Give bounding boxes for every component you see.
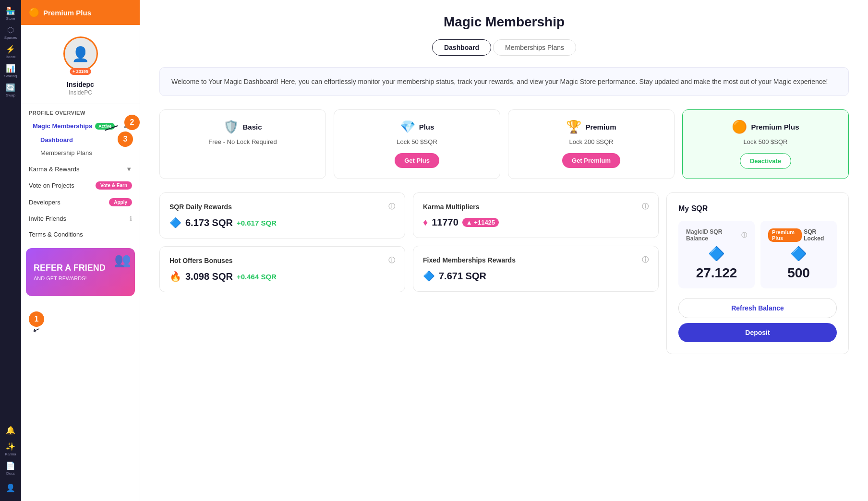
hot-offers-info-icon[interactable]: ⓘ (388, 256, 395, 265)
magic-id-sqr-icon: 🔷 (708, 246, 725, 262)
fixed-memberships-title: Fixed Memberships Rewards (423, 256, 516, 264)
karma-multipliers-value: ♦ 11770 ▲ +11425 (423, 217, 649, 228)
sqr-locked-value: 500 (787, 265, 810, 281)
plan-card-premium-plus: 🟠 Premium Plus Lock 500 $SQR Deactivate (682, 109, 849, 179)
sqr-daily-rewards-card: SQR Daily Rewards ⓘ 🔷 6.173 SQR +0.617 S… (159, 192, 405, 239)
sqr-daily-icon: 🔷 (169, 217, 181, 228)
refresh-balance-button[interactable]: Refresh Balance (678, 298, 837, 318)
apply-button[interactable]: Apply (109, 198, 132, 206)
icon-bar: 🏪 Store ⬡ Spaces ⚡ Boost 📊 Staking 🔄 Swa… (0, 0, 21, 501)
sqr-daily-info-icon[interactable]: ⓘ (388, 203, 395, 211)
sqr-daily-header: SQR Daily Rewards ⓘ (169, 203, 395, 211)
plan-card-basic: 🛡️ Basic Free - No Lock Required (159, 109, 326, 179)
boost-icon: ⚡ (6, 45, 15, 54)
nav-membership-plans[interactable]: Membership Plans (33, 146, 128, 159)
chevron-down-icon: ▼ (126, 166, 132, 173)
nav-dashboard[interactable]: Dashboard (33, 133, 128, 146)
karma-multipliers-header: Karma Multipliers ⓘ (423, 203, 649, 211)
premium-plan-name: Premium (585, 123, 616, 131)
tab-row: Dashboard Memberships Plans (159, 39, 849, 56)
sidebar-item-notifications[interactable]: 🔔 (2, 421, 19, 439)
premium-plus-icon: 🟠 (29, 7, 39, 18)
sidebar-item-user[interactable]: 👤 (2, 479, 19, 496)
karma-multipliers-info-icon[interactable]: ⓘ (642, 203, 649, 211)
karma-multipliers-title: Karma Multipliers (423, 203, 479, 211)
magic-id-label: MagicID SQR Balance ⓘ (686, 228, 747, 242)
fixed-memberships-info-icon[interactable]: ⓘ (642, 256, 649, 264)
sidebar-item-karma[interactable]: ✨ Karma (2, 441, 19, 458)
sqr-daily-title: SQR Daily Rewards (169, 203, 232, 211)
magic-id-balance-card: MagicID SQR Balance ⓘ 🔷 27.122 (678, 221, 755, 288)
sqr-locked-tag: Premium Plus SQR Locked (768, 228, 829, 242)
active-badge: Active (95, 123, 115, 130)
magic-memberships-left: Magic Memberships Active (33, 122, 115, 130)
plan-card-premium: 🏆 Premium Lock 200 $SQR Get Premium (508, 109, 675, 179)
sidebar-vote-projects[interactable]: Vote on Projects Vote & Earn (21, 177, 140, 194)
sidebar-invite-friends[interactable]: Invite Friends ℹ (21, 211, 140, 227)
user-icon: 👤 (6, 483, 15, 492)
sidebar-developers[interactable]: Developers Apply (21, 194, 140, 211)
plans-row: 🛡️ Basic Free - No Lock Required 💎 Plus … (159, 109, 849, 179)
basic-plan-name: Basic (242, 123, 262, 131)
sidebar-item-spaces[interactable]: ⬡ Spaces (2, 24, 19, 41)
sqr-locked-icon: 🔷 (790, 246, 807, 262)
vote-earn-button[interactable]: Vote & Earn (96, 181, 132, 190)
sidebar-item-docs[interactable]: 📄 Docs (2, 460, 19, 477)
hot-offers-plus: +0.464 SQR (237, 273, 277, 281)
tab-dashboard[interactable]: Dashboard (432, 39, 491, 56)
page-title: Magic Membership (159, 14, 849, 30)
sidebar-header: 🟠 Premium Plus (21, 0, 140, 25)
sidebar-item-swap[interactable]: 🔄 Swap (2, 82, 19, 99)
nav-membership-plans-label: Membership Plans (40, 149, 92, 156)
rewards-col-right: Karma Multipliers ⓘ ♦ 11770 ▲ +11425 Fix… (413, 192, 659, 354)
sqr-daily-plus: +0.617 SQR (237, 219, 277, 227)
stack-icon: 🔷 (423, 270, 435, 282)
sub-nav: 3 Dashboard Membership Plans (29, 133, 132, 159)
karma-icon: ✨ (6, 442, 15, 451)
basic-plan-icon: 🛡️ (223, 119, 239, 134)
deactivate-button[interactable]: Deactivate (740, 153, 791, 169)
refer-banner[interactable]: REFER A FRIEND AND GET REWARDS! 👥 (26, 248, 135, 296)
deposit-button[interactable]: Deposit (678, 323, 837, 342)
sqr-daily-value: 🔷 6.173 SQR +0.617 SQR (169, 217, 395, 228)
avatar-container: 👤 + 23195 (63, 36, 98, 71)
chevron-up-icon: ▲ (122, 123, 128, 130)
developers-label: Developers (29, 199, 60, 206)
sidebar-title: Premium Plus (43, 9, 91, 17)
get-premium-button[interactable]: Get Premium (562, 153, 620, 168)
plan-card-plus: 💎 Plus Lock 50 $SQR Get Plus (334, 109, 500, 179)
fixed-memberships-header: Fixed Memberships Rewards ⓘ (423, 256, 649, 264)
hot-offers-title: Hot Offers Bonuses (169, 257, 232, 264)
invite-friends-label: Invite Friends (29, 215, 66, 222)
store-label: Store (6, 16, 15, 21)
sqr-panel-title: My SQR (678, 204, 837, 213)
main-content: Magic Membership Dashboard Memberships P… (140, 0, 868, 501)
magic-memberships-item[interactable]: Magic Memberships Active ▲ (29, 119, 132, 132)
premium-plan-icon: 🏆 (566, 119, 581, 134)
refer-title: REFER A FRIEND (34, 263, 127, 274)
info-circle-icon: ⓘ (741, 231, 747, 239)
get-plus-button[interactable]: Get Plus (395, 153, 439, 168)
staking-icon: 📊 (6, 64, 15, 73)
sidebar-item-boost[interactable]: ⚡ Boost (2, 43, 19, 60)
hot-offers-card: Hot Offers Bonuses ⓘ 🔥 3.098 SQR +0.464 … (159, 246, 405, 292)
sidebar-item-staking[interactable]: 📊 Staking (2, 62, 19, 80)
avatar-badge: + 23195 (70, 68, 91, 75)
sidebar-terms[interactable]: Terms & Conditions (21, 227, 140, 242)
sqr-balances: MagicID SQR Balance ⓘ 🔷 27.122 Premium P… (678, 221, 837, 288)
premium-plus-tag: Premium Plus (768, 228, 802, 242)
sqr-panel: My SQR MagicID SQR Balance ⓘ 🔷 27.122 Pr… (666, 192, 849, 354)
plus-plan-icon: 💎 (400, 119, 415, 134)
refer-sub: AND GET REWARDS! (34, 275, 127, 281)
profile-overview-section: Profile Overview 2 Magic Memberships Act… (21, 104, 140, 161)
notifications-icon: 🔔 (6, 426, 15, 435)
karma-amount: 11770 (432, 217, 458, 228)
sidebar-karma-rewards[interactable]: Karma & Rewards ▼ (21, 161, 140, 177)
info-icon: ℹ (130, 215, 132, 222)
rewards-and-sqr: SQR Daily Rewards ⓘ 🔷 6.173 SQR +0.617 S… (159, 192, 849, 354)
tab-memberships-plans[interactable]: Memberships Plans (493, 39, 576, 56)
plan-plus-top: 💎 Plus (400, 119, 434, 134)
terms-label: Terms & Conditions (29, 231, 83, 238)
sidebar-item-store[interactable]: 🏪 Store (2, 5, 19, 22)
profile-sub: InsidePC (69, 89, 92, 96)
